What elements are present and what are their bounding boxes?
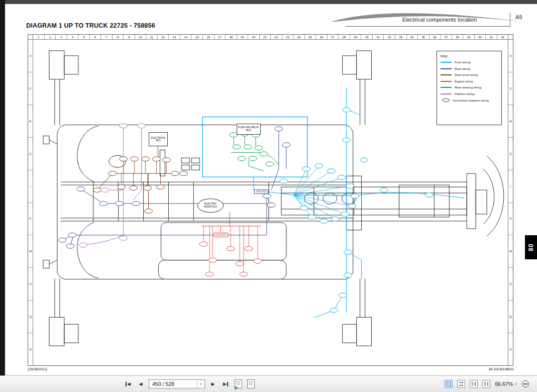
ruler-row-label: Q xyxy=(508,300,513,333)
ruler-column-label: 9 xyxy=(123,35,135,39)
next-view-icon xyxy=(247,379,255,388)
ruler-row-label: Q xyxy=(28,300,33,333)
key-line-swatch xyxy=(441,87,452,88)
ruler-row-label: S xyxy=(508,333,513,365)
ruler-column-label: 15 xyxy=(191,35,202,39)
ruler-column-label: 42 xyxy=(497,35,508,39)
ruler-column-label: 18 xyxy=(225,35,237,39)
pdf-viewer-window: { "header": { "page_title": "DIAGRAM 1 U… xyxy=(0,0,537,392)
key-line-swatch xyxy=(441,74,452,75)
ruler-column-label: 35 xyxy=(417,35,429,39)
sheet-reference: 80-D3-M146EN xyxy=(489,367,513,371)
page-title: DIAGRAM 1 UP TO TRUCK 22725 - 758856 xyxy=(26,22,155,29)
continuous-page-icon xyxy=(459,385,463,386)
ruler-row-label: E xyxy=(508,105,513,137)
key-item: Engine wiring xyxy=(441,80,498,83)
section-title: Electrical components location xyxy=(387,17,492,23)
ruler-row-label: S xyxy=(28,333,33,365)
sheet-date: (16/08/2011) xyxy=(28,367,47,371)
key-item-label: Rear turret wiring xyxy=(455,73,478,76)
chapter-tab-label: 80 xyxy=(527,243,534,251)
ruler-row-label: I xyxy=(508,170,513,203)
ruler-column-label: 21 xyxy=(259,35,271,39)
ruler-right: ACEGIKMOQS xyxy=(508,40,513,365)
ruler-row-label: A xyxy=(28,40,33,72)
ruler-column-label: 5 xyxy=(78,35,89,39)
ruler-column-label: 23 xyxy=(282,35,293,39)
key-list: Front wiringRear wiringRear turret wirin… xyxy=(441,61,498,102)
chapter-tab: 80 xyxy=(525,235,537,259)
previous-page-button[interactable]: ◀ xyxy=(136,379,145,388)
electronic-box-label: ELECTRONIC BOX xyxy=(149,132,168,146)
key-line-swatch xyxy=(441,68,452,69)
page-dropdown-caret-icon[interactable]: ▼ xyxy=(197,380,204,388)
ruler-row-label: O xyxy=(28,267,33,300)
ruler-column-label: 14 xyxy=(180,35,191,39)
key-item-label: Connection between wiring xyxy=(453,99,489,102)
previous-view-icon xyxy=(235,379,242,388)
page-navigation: ◀ ◀ 450 / 528 ▼ ▶ ▶ xyxy=(124,376,255,392)
ruler-row-label: C xyxy=(28,72,33,105)
ruler-column-label: 22 xyxy=(270,35,282,39)
ruler-row-label: K xyxy=(508,203,513,235)
zoom-level-display[interactable]: 66.67% ▼ xyxy=(495,381,517,387)
last-page-button[interactable]: ▶ xyxy=(221,379,230,388)
first-page-button[interactable]: ◀ xyxy=(124,379,133,388)
key-oval-symbol xyxy=(442,99,450,102)
continuous-page-icon xyxy=(459,382,463,383)
legend-title: Key: xyxy=(441,54,498,58)
key-item-label: Platform wiring xyxy=(455,92,475,95)
ruler-column-label: 33 xyxy=(395,35,406,39)
page-number-input[interactable]: 450 / 528 ▼ xyxy=(149,379,205,388)
next-view-button[interactable] xyxy=(246,379,255,388)
zoom-out-button[interactable] xyxy=(522,380,529,387)
zoom-level-value: 66.67% xyxy=(495,381,513,387)
ruler-column-label: 40 xyxy=(474,35,486,39)
ruler-column-label: 34 xyxy=(406,35,418,39)
ruler-column-label: 38 xyxy=(452,35,463,39)
key-item-label: Rear steering wiring xyxy=(455,86,481,89)
first-page-icon xyxy=(126,382,127,386)
ruler-column-label: 3 xyxy=(55,35,67,39)
ruler-column-label: 11 xyxy=(146,35,157,39)
view-continuous-button[interactable] xyxy=(457,380,465,388)
ruler-column-label: 29 xyxy=(350,35,361,39)
ruler-row-label: K xyxy=(28,203,33,235)
ruler-left: ACEGIKMOQS xyxy=(28,40,33,365)
key-item: Rear turret wiring xyxy=(441,73,498,76)
header-divider-line xyxy=(510,13,510,27)
ruler-row-label: O xyxy=(508,267,513,300)
ruler-column-label: 7 xyxy=(100,35,112,39)
ruler-column-label: 36 xyxy=(429,35,441,39)
ruler-corner-left xyxy=(28,35,33,40)
key-line-swatch xyxy=(441,93,452,94)
ruler-column-label: 10 xyxy=(135,35,146,39)
electric-manifold-label: ELECTRIC MANIFOLD xyxy=(197,199,224,213)
ruler-column-label: 16 xyxy=(202,35,214,39)
ruler-column-label: 41 xyxy=(485,35,497,39)
ruler-column-label: 26 xyxy=(315,35,327,39)
ruler-column-label: 25 xyxy=(304,35,316,39)
key-line-swatch xyxy=(441,81,452,82)
key-item-label: Front wiring xyxy=(455,61,470,64)
previous-view-button[interactable] xyxy=(234,379,243,388)
key-item: Rear steering wiring xyxy=(441,86,498,89)
ruler-column-label: 31 xyxy=(372,35,384,39)
zoom-dropdown-caret-icon: ▼ xyxy=(515,382,517,385)
two-page-icon xyxy=(472,382,473,386)
ruler-column-label: 8 xyxy=(112,35,124,39)
key-item: Front wiring xyxy=(441,61,498,64)
key-item: Rear wiring xyxy=(441,67,498,70)
next-page-button[interactable]: ▶ xyxy=(208,379,218,388)
page-number-value: 450 / 528 xyxy=(149,381,197,387)
view-single-page-button[interactable] xyxy=(445,380,453,388)
ruler-column-label: 2 xyxy=(44,35,56,39)
ruler-column-label: 28 xyxy=(338,35,350,39)
view-two-page-button[interactable] xyxy=(470,380,478,388)
ruler-column-label: 1 xyxy=(33,35,44,39)
ruler-row-label: I xyxy=(28,170,33,203)
ruler-column-label: 32 xyxy=(383,35,395,39)
view-two-page-scroll-button[interactable] xyxy=(482,380,490,388)
view-zoom-controls: 66.67% ▼ xyxy=(445,376,529,392)
window-left-bar xyxy=(0,0,5,376)
